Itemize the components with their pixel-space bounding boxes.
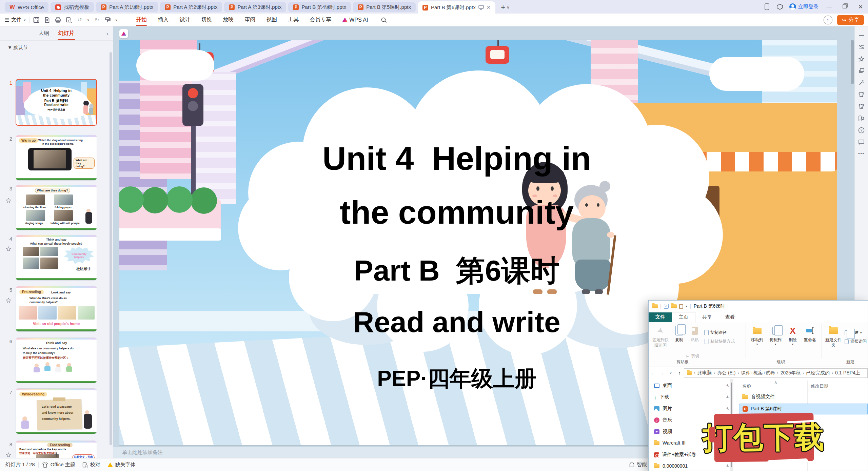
sidebar-item-music[interactable]: ♪音乐➤ <box>654 417 672 423</box>
rename-button[interactable]: 重命名 <box>801 325 820 343</box>
save-icon[interactable] <box>33 17 40 23</box>
paste-button[interactable]: 粘贴 <box>687 325 702 343</box>
sidebar-item-courseware[interactable]: 课件+教案+试卷➤ <box>654 452 696 458</box>
crumb-this-pc[interactable]: 此电脑 <box>697 370 712 376</box>
slide-thumb-5[interactable]: Pre-reading Look and say What do Mike's … <box>16 286 97 332</box>
restore-button[interactable] <box>840 3 850 10</box>
tab-insert[interactable]: 插入 <box>152 14 174 26</box>
wps-ai-floating-icon[interactable] <box>119 29 128 38</box>
tab-partb-lesson4[interactable]: PPart B 第4课时.pptx <box>288 2 351 12</box>
copy-to-button[interactable]: 复制到▾ <box>767 325 784 346</box>
animation-star-icon[interactable] <box>5 246 12 253</box>
tab-wps-office[interactable]: WWPS Office <box>5 2 48 12</box>
sidebar-item-folder1[interactable]: 0.00000001➤ <box>654 463 688 469</box>
explorer-tab-home[interactable]: 主页 <box>672 312 695 322</box>
export-pdf-icon[interactable] <box>44 17 51 23</box>
new-tab-button[interactable]: +∨ <box>497 1 513 14</box>
format-painter-dropdown-icon[interactable]: ∨ <box>115 18 118 22</box>
tab-slides[interactable]: 幻灯片 <box>58 30 75 37</box>
undo-icon[interactable]: ↺ <box>76 17 83 23</box>
tab-membership[interactable]: 会员专享 <box>304 14 337 26</box>
slide-thumb-7[interactable]: While-reading Let's read a passage and k… <box>16 388 97 434</box>
tab-transitions[interactable]: 切换 <box>196 14 217 26</box>
slide-thumb-4[interactable]: Think and say What can we call these lov… <box>16 235 97 281</box>
slide-layout-icon[interactable] <box>857 67 866 75</box>
history-dropdown-icon[interactable]: ∨ <box>666 371 675 375</box>
magic-wand-icon[interactable] <box>857 79 866 87</box>
more-tools-icon[interactable]: ••• <box>857 150 866 158</box>
explorer-title-bar[interactable]: | ✓ ▾ | Part B 第6课时 <box>649 301 868 312</box>
smart-feature-button[interactable]: 智能 <box>629 462 647 468</box>
beautify-icon[interactable] <box>857 102 866 110</box>
copy-path-button[interactable]: 复制路径 <box>704 330 727 335</box>
missing-font-warning[interactable]: 缺失字体 <box>107 462 136 468</box>
undo-dropdown-icon[interactable]: ∨ <box>87 18 90 22</box>
copy-button[interactable]: 复制 <box>672 325 687 343</box>
section-header[interactable]: ▼ 默认节 <box>7 45 28 51</box>
tab-view[interactable]: 视图 <box>261 14 282 26</box>
tab-outline[interactable]: 大纲 <box>39 30 50 37</box>
tab-parta-lesson1[interactable]: PPart A 第1课时.pptx <box>96 2 158 12</box>
canvas-scrollbar-thumb[interactable] <box>851 40 854 84</box>
explorer-tab-share[interactable]: 共享 <box>695 312 718 322</box>
new-tab-dropdown-icon[interactable]: ∨ <box>507 5 510 10</box>
easy-access-button[interactable]: 轻松访问▾ <box>845 339 868 344</box>
move-to-button[interactable]: 移动到▾ <box>748 325 766 346</box>
reference-search-icon[interactable] <box>857 114 866 122</box>
tab-docer-templates[interactable]: 找稻壳模板 <box>51 2 94 12</box>
tab-home[interactable]: 开始 <box>131 14 152 26</box>
comment-icon[interactable] <box>857 138 866 146</box>
format-painter-icon[interactable] <box>104 17 111 23</box>
file-row-media-folder[interactable]: 音视频文件 2025/9/2 <box>739 391 868 402</box>
slide-title-block[interactable]: Unit 4 Helping in the community Part B 第… <box>265 125 648 405</box>
mobile-sync-icon[interactable] <box>764 3 770 10</box>
clipboard-icon[interactable] <box>679 304 683 309</box>
tab-partb-lesson5[interactable]: PPart B 第5课时.pptx <box>353 2 416 12</box>
tab-partb-lesson6-active[interactable]: P Part B 第6课时.pptx ✕ <box>418 1 495 14</box>
column-header-date[interactable]: 修改日期 <box>811 383 828 389</box>
print-icon[interactable] <box>55 17 61 23</box>
theme-indicator[interactable]: Office 主题 <box>42 462 75 468</box>
explorer-tab-view[interactable]: 查看 <box>718 312 742 322</box>
collapse-panel-icon[interactable]: ‹ <box>106 30 108 36</box>
slide-thumb-2[interactable]: Warm up Watch the vlog about volunteerin… <box>16 135 97 181</box>
back-icon[interactable]: ← <box>649 370 657 376</box>
paste-shortcut-button[interactable]: 粘贴快捷方式 <box>704 339 735 344</box>
forward-icon[interactable]: → <box>657 370 666 376</box>
new-folder-button[interactable]: 新建文件夹 <box>824 325 843 348</box>
crumb-courseware[interactable]: 课件+教案+试卷 <box>741 370 775 376</box>
close-window-button[interactable]: ✕ <box>856 3 865 11</box>
delete-button[interactable]: X 删除▾ <box>786 325 800 346</box>
isolation-cube-icon[interactable] <box>776 3 783 10</box>
checkbox-icon[interactable]: ✓ <box>664 304 669 309</box>
column-header-name[interactable]: 名称 <box>742 383 751 389</box>
pin-to-quick-access-button[interactable]: ➤ 固定到快速访问 <box>651 325 670 348</box>
sidebar-item-pictures[interactable]: 图片➤ <box>654 406 672 412</box>
sidebar-item-videos[interactable]: ▶视频➤ <box>654 429 672 435</box>
upload-cloud-icon[interactable]: ↑ <box>824 16 832 24</box>
close-tab-icon[interactable]: ✕ <box>487 4 491 11</box>
print-preview-icon[interactable] <box>65 17 72 23</box>
tab-parta-lesson3[interactable]: PPart A 第3课时.pptx <box>224 2 286 12</box>
crumb-completed[interactable]: 已经完成的 <box>806 370 830 376</box>
slide-thumb-3[interactable]: What are they doing? cleaning the floor … <box>16 185 97 230</box>
qat-dropdown-icon[interactable]: ▾ <box>686 305 687 308</box>
search-icon[interactable] <box>380 17 387 23</box>
breadcrumb[interactable]: ›此电脑 ›办公 (E:) ›课件+教案+试卷 ›2025年秋 ›已经完成的 ›… <box>684 368 868 378</box>
tab-parta-lesson2[interactable]: PPart A 第2课时.pptx <box>160 2 222 12</box>
sidebar-item-warcraft[interactable]: Warcraft III <box>654 440 686 446</box>
crumb-drive-e[interactable]: 办公 (E:) <box>717 370 735 376</box>
help-icon[interactable]: ? <box>857 126 866 134</box>
collapse-strip-icon[interactable] <box>857 31 866 39</box>
crumb-2025-autumn[interactable]: 2025年秋 <box>781 370 801 376</box>
redo-icon[interactable]: ↻ <box>94 17 100 23</box>
animation-star-icon[interactable] <box>857 55 866 63</box>
properties-sliders-icon[interactable] <box>857 43 866 51</box>
explorer-tab-file[interactable]: 文件 <box>649 312 672 322</box>
proofread-button[interactable]: 校对 <box>82 462 100 468</box>
animation-star-icon[interactable] <box>5 198 12 205</box>
animation-star-icon[interactable] <box>5 298 12 305</box>
share-button[interactable]: ↪分享 <box>837 15 864 25</box>
file-menu-button[interactable]: ☰文件∨ <box>5 17 26 23</box>
sort-ascending-icon[interactable]: ∧ <box>774 380 777 385</box>
